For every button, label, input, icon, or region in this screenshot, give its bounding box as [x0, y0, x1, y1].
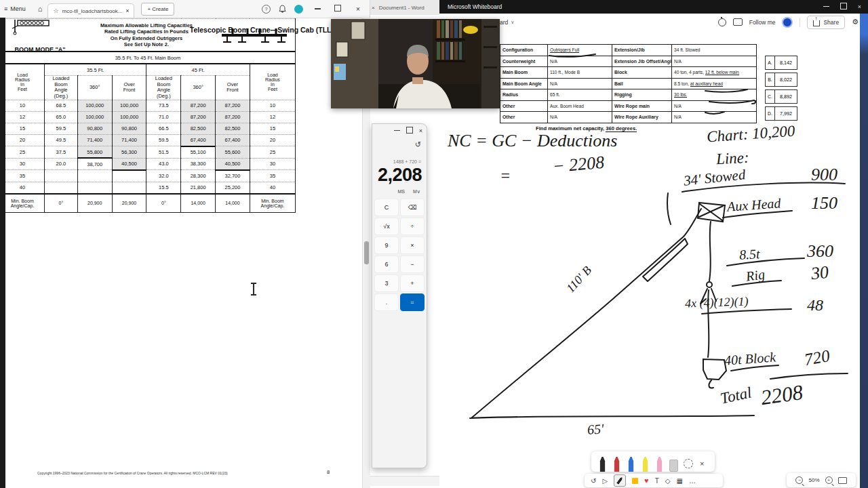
share-button[interactable]: Share: [807, 16, 845, 29]
note-total-value: 2208: [760, 382, 804, 408]
cell-front-45: 25,200: [216, 182, 250, 194]
cell-angle-45: 73.5: [146, 100, 181, 111]
home-icon: ⌂: [38, 5, 43, 13]
boom-icon: [9, 18, 71, 35]
calc-key[interactable]: =: [400, 293, 425, 311]
follow-me-label[interactable]: Follow me: [749, 19, 776, 26]
close-icon[interactable]: ×: [372, 5, 375, 11]
star-icon[interactable]: ☆: [53, 7, 58, 14]
config-row: Configuration Outriggers Full Extension/…: [500, 45, 757, 56]
radius-header: Load Radius In Feet: [250, 64, 295, 100]
config-label: Wire Rope Auxiliary: [612, 112, 672, 123]
minimize-button[interactable]: [394, 127, 400, 134]
note-total-label: Total: [719, 384, 753, 406]
text-tool-icon[interactable]: T: [655, 477, 659, 485]
subheader: Loaded Boom Angle (Deg.): [45, 76, 78, 100]
maximize-button[interactable]: [332, 5, 344, 13]
note-item-value: 900: [811, 166, 837, 184]
whiteboard-canvas[interactable]: Configuration Outriggers Full Extension/…: [439, 30, 860, 488]
cell-angle-45: 59.5: [146, 134, 181, 146]
calc-key[interactable]: 6: [374, 256, 399, 273]
calc-result: 2,208: [378, 165, 422, 186]
browser-toolbar: ≡ Menu ⌂ ☆ mco-tll_loadchartsbook... × +…: [0, 0, 370, 18]
calc-key[interactable]: ⌫: [400, 199, 425, 216]
cell-360-45: 82,500: [181, 123, 216, 134]
close-button[interactable]: ×: [858, 3, 861, 10]
help-icon[interactable]: ?: [262, 5, 271, 14]
memory-store-button[interactable]: MS: [398, 189, 406, 195]
home-button[interactable]: ⌂: [33, 5, 48, 13]
note-item-value: 150: [811, 195, 837, 212]
hamburger-icon: ≡: [4, 5, 7, 12]
gear-icon[interactable]: ⚙: [852, 18, 859, 26]
cell-360-355: 38,700: [77, 158, 112, 170]
calc-expression: 1488 + 720 =: [393, 159, 421, 164]
shapes-tool-icon[interactable]: ◇: [665, 477, 671, 485]
answer-value: 8,142: [775, 56, 797, 69]
note-item-label: 34' Stowed: [683, 167, 746, 188]
pen-tool-active[interactable]: [614, 474, 626, 487]
calc-key[interactable]: √x: [374, 218, 399, 235]
reaction-heart-icon[interactable]: ♥: [644, 476, 649, 485]
answer-letter: D.: [766, 107, 775, 120]
table-row: 35 32.0 28,300 32,700 35: [1, 170, 296, 182]
calc-key[interactable]: C: [374, 199, 399, 216]
menu-button[interactable]: ≡ Menu: [0, 5, 33, 12]
minimize-button[interactable]: [311, 5, 323, 13]
bell-icon[interactable]: [279, 5, 286, 13]
account-avatar[interactable]: [294, 5, 303, 14]
calc-key[interactable]: 9: [374, 237, 399, 254]
calc-key[interactable]: .: [374, 293, 399, 311]
cell-radius: 20: [1, 134, 45, 146]
marker-pen[interactable]: [598, 457, 607, 472]
memory-menu-button[interactable]: M∨: [413, 189, 420, 195]
calc-key[interactable]: ÷: [400, 218, 425, 235]
more-icon[interactable]: …: [689, 477, 696, 485]
marker-pen[interactable]: [655, 457, 664, 472]
config-row: Counterweight N/A Extension Jib Offset/A…: [500, 56, 757, 67]
marker-pen[interactable]: [641, 457, 650, 472]
select-tool-icon[interactable]: ▷: [602, 477, 608, 485]
marker-pen[interactable]: [612, 457, 621, 472]
calc-key[interactable]: +: [400, 274, 425, 292]
fit-to-screen-icon[interactable]: [838, 477, 847, 484]
config-label: Wire Rope main: [612, 100, 672, 112]
tab-loadchartsbook[interactable]: ☆ mco-tll_loadchartsbook... ×: [47, 3, 134, 18]
table-row: 15 59.5 90,800 90,800 66.5 82,500 82,500…: [1, 123, 296, 134]
cell-360-355: 100,000: [77, 100, 112, 111]
minimize-button[interactable]: [823, 3, 829, 10]
history-icon[interactable]: ↺: [415, 140, 421, 149]
config-label: Main Boom: [500, 67, 548, 79]
config-label: Main Boom Angle: [500, 78, 548, 89]
config-label: Rigging: [612, 89, 672, 101]
cell-360-355: 100,000: [77, 111, 112, 123]
zoom-in-icon[interactable]: +: [825, 476, 833, 484]
config-label: Extension/Jib: [612, 45, 672, 56]
page-number: 8: [327, 469, 330, 475]
calc-key[interactable]: ×: [400, 237, 425, 254]
create-button[interactable]: + Create: [141, 3, 174, 16]
footer-cell: 14,000: [181, 194, 216, 213]
close-icon[interactable]: ×: [700, 460, 704, 468]
close-button[interactable]: ×: [419, 127, 422, 134]
maximize-button[interactable]: [406, 127, 413, 135]
close-button[interactable]: ×: [352, 5, 364, 13]
scrollbar-thumb[interactable]: [364, 241, 369, 264]
tab-close-icon[interactable]: ×: [125, 7, 129, 14]
board-name-menu[interactable]: ard ∨: [500, 19, 514, 26]
maximize-button[interactable]: [840, 3, 847, 11]
config-value: 30 lbs.: [672, 89, 757, 101]
user-avatar[interactable]: [782, 17, 793, 28]
timer-icon[interactable]: [718, 18, 726, 26]
zoom-out-icon[interactable]: −: [795, 476, 803, 484]
eraser-tool[interactable]: [669, 460, 678, 472]
presenter-icon[interactable]: [733, 18, 743, 26]
templates-icon[interactable]: ▦: [676, 477, 682, 485]
calc-key[interactable]: 3: [374, 274, 399, 292]
marker-pen[interactable]: [627, 457, 635, 472]
sticky-note-icon[interactable]: [632, 478, 638, 484]
lasso-select-icon[interactable]: [684, 459, 693, 468]
note-deduction-total: − 2208: [552, 154, 605, 176]
calc-key[interactable]: −: [400, 256, 425, 273]
undo-icon[interactable]: ↺: [591, 477, 596, 485]
